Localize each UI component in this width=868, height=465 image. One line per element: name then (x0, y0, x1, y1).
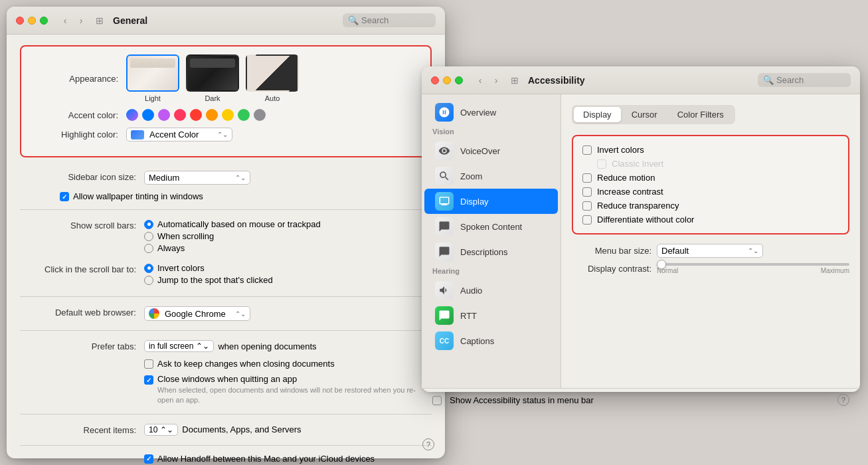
close-button[interactable] (16, 17, 24, 25)
accent-color-row: Accent color: (32, 109, 420, 121)
click-next-option[interactable]: Invert colors (144, 263, 432, 273)
maximize-button[interactable] (40, 17, 48, 25)
theme-auto-preview[interactable] (246, 54, 299, 92)
handoff-label: Allow Handoff between this Mac and your … (157, 454, 375, 464)
scroll-auto-radio[interactable] (144, 220, 153, 229)
click-next-radio[interactable] (144, 264, 153, 273)
highlight-swatch (131, 130, 144, 140)
sidebar-item-overview[interactable]: Overview (424, 100, 558, 125)
accent-multicolor[interactable] (126, 109, 138, 121)
tab-display[interactable]: Display (574, 107, 621, 122)
recent-items-value: 10 (149, 425, 157, 434)
sidebar-item-voiceover[interactable]: VoiceOver (424, 138, 558, 163)
sidebar-icon-arrow: ⌃⌄ (235, 174, 246, 181)
highlight-dropdown[interactable]: Accent Color ⌃⌄ (126, 128, 232, 141)
accessibility-search-box[interactable]: 🔍 (758, 73, 851, 87)
click-scroll-options: Invert colors Jump to the spot that's cl… (144, 263, 432, 287)
accent-green[interactable] (238, 109, 250, 121)
sidebar-item-rtt[interactable]: RTT (424, 303, 558, 328)
menu-bar-size-dropdown[interactable]: Default ⌃⌄ (657, 244, 763, 258)
increase-contrast-row: Increase contrast (582, 185, 839, 199)
accent-yellow[interactable] (222, 109, 234, 121)
invert-colors-checkbox[interactable] (582, 145, 592, 155)
scroll-always-option[interactable]: Always (144, 243, 432, 253)
wallpaper-row: Allow wallpaper tinting in windows (60, 189, 432, 204)
appearance-row: Appearance: Light Dark Auto (32, 54, 420, 102)
sidebar-item-zoom[interactable]: Zoom (424, 163, 558, 189)
theme-light-preview[interactable] (126, 54, 179, 92)
browser-label: Default web browser: (20, 306, 136, 318)
theme-light-label: Light (145, 94, 161, 102)
scroll-auto-label: Automatically based on mouse or trackpad (157, 219, 321, 229)
browser-dropdown[interactable]: Google Chrome ⌃⌄ (144, 306, 250, 321)
highlight-row: Highlight color: Accent Color ⌃⌄ (32, 128, 420, 141)
display-tab-bar: Display Cursor Color Filters (572, 105, 735, 124)
increase-contrast-checkbox[interactable] (582, 187, 592, 197)
sidebar-icon-dropdown[interactable]: Medium ⌃⌄ (144, 171, 250, 185)
tabs-dropdown[interactable]: in full screen ⌃⌄ (144, 340, 214, 352)
forward-arrow-icon[interactable]: › (74, 14, 88, 27)
general-help-button[interactable]: ? (422, 438, 434, 450)
access-minimize-button[interactable] (443, 76, 451, 84)
general-search-box[interactable]: 🔍 (343, 13, 436, 27)
classic-invert-checkbox[interactable] (597, 159, 606, 169)
theme-dark-preview[interactable] (186, 54, 239, 92)
sidebar-item-captions[interactable]: CC Captions (424, 328, 558, 353)
sidebar-item-display[interactable]: Display (424, 189, 558, 214)
sidebar-captions-label: Captions (460, 336, 494, 346)
nav-buttons: ‹ › (58, 14, 88, 27)
accent-colors (126, 109, 266, 121)
accessibility-titlebar: ‹ › ⊞ Accessibility 🔍 (422, 66, 860, 94)
tab-cursor[interactable]: Cursor (622, 107, 667, 122)
contrast-slider-thumb[interactable] (657, 260, 666, 269)
recent-items-suffix: Documents, Apps, and Servers (182, 424, 301, 434)
reduce-transparency-checkbox[interactable] (582, 201, 592, 211)
reduce-transparency-row: Reduce transparency (582, 199, 839, 213)
accent-orange[interactable] (206, 109, 218, 121)
accent-red[interactable] (190, 109, 202, 121)
tab-color-filters[interactable]: Color Filters (668, 107, 733, 122)
accent-blue[interactable] (142, 109, 154, 121)
access-forward-arrow-icon[interactable]: › (489, 74, 503, 87)
contrast-slider-track[interactable] (657, 263, 849, 266)
click-spot-radio[interactable] (144, 276, 153, 285)
access-maximize-button[interactable] (455, 76, 463, 84)
access-search-input[interactable] (776, 75, 843, 85)
show-status-checkbox[interactable] (432, 396, 442, 405)
sidebar-item-audio[interactable]: Audio (424, 278, 558, 303)
differentiate-checkbox[interactable] (582, 215, 592, 225)
scroll-auto-option[interactable]: Automatically based on mouse or trackpad (144, 219, 432, 229)
general-window: ‹ › ⊞ General 🔍 Appearance: Light (7, 7, 445, 458)
ask-keep-checkbox[interactable] (144, 359, 153, 369)
scroll-always-radio[interactable] (144, 244, 153, 253)
menu-bar-size-label: Menu bar size: (572, 246, 651, 256)
theme-dark[interactable]: Dark (186, 54, 239, 102)
zoom-icon (435, 167, 454, 185)
minimize-button[interactable] (28, 17, 36, 25)
theme-auto[interactable]: Auto (246, 54, 299, 102)
browser-row: Default web browser: Google Chrome ⌃⌄ (20, 302, 432, 325)
sidebar-item-descriptions[interactable]: Descriptions (424, 239, 558, 264)
access-close-button[interactable] (431, 76, 439, 84)
close-windows-sub: When selected, open documents and window… (157, 385, 432, 406)
accent-pink[interactable] (174, 109, 186, 121)
accent-graphite[interactable] (254, 109, 266, 121)
appearance-box: Appearance: Light Dark Auto (20, 45, 432, 157)
back-arrow-icon[interactable]: ‹ (58, 14, 72, 27)
scroll-when-option[interactable]: When scrolling (144, 231, 432, 241)
wallpaper-checkbox[interactable] (60, 192, 69, 201)
click-spot-option[interactable]: Jump to the spot that's clicked (144, 275, 432, 285)
access-back-arrow-icon[interactable]: ‹ (474, 74, 487, 87)
close-windows-checkbox[interactable] (144, 375, 153, 385)
accent-purple[interactable] (158, 109, 170, 121)
scroll-when-radio[interactable] (144, 232, 153, 241)
sidebar-item-spoken[interactable]: Spoken Content (424, 214, 558, 239)
handoff-checkbox[interactable] (144, 454, 153, 464)
theme-light[interactable]: Light (126, 54, 179, 102)
reduce-motion-checkbox[interactable] (582, 173, 592, 183)
hearing-section-label: Hearing (422, 264, 561, 278)
menu-size-arrow: ⌃⌄ (748, 247, 758, 254)
accessibility-help-button[interactable]: ? (837, 394, 849, 406)
recent-items-dropdown[interactable]: 10 ⌃⌄ (144, 424, 178, 436)
general-search-input[interactable] (361, 15, 428, 25)
